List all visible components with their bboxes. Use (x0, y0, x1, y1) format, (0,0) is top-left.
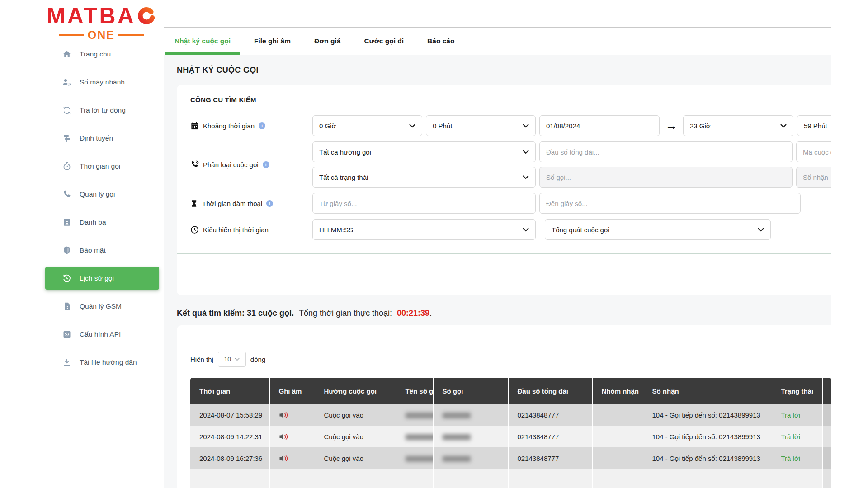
sidebar-item-auto-reply[interactable]: Trả lời tự động (45, 99, 159, 122)
chevron-down-icon (523, 228, 529, 232)
table-row: 2024-08-09 16:27:36Cuộc gọi vào021438487… (190, 447, 831, 469)
table-row (190, 469, 831, 488)
results-panel: Hiển thị 10 dòng Thời gianGhi âmHướng cu… (177, 325, 831, 488)
tab-0[interactable]: Nhật ký cuộc gọi (165, 28, 240, 55)
to-minute-select[interactable]: 59 Phút (797, 115, 831, 136)
talk-time-from-input[interactable] (312, 193, 536, 214)
chevron-down-icon (523, 150, 529, 154)
tab-2[interactable]: Đơn giá (305, 28, 349, 55)
tab-4[interactable]: Báo cáo (418, 28, 463, 55)
play-recording-icon[interactable] (279, 411, 288, 419)
cell-direction: Cuộc gọi vào (315, 426, 396, 447)
chevron-down-icon (758, 228, 764, 232)
table-header-row: Thời gianGhi âmHướng cuộc gọiTên số gọiS… (190, 378, 831, 404)
cell-trunk-number: 02143848777 (508, 426, 592, 447)
sidebar-nav: Trang chủSố máy nhánhTrả lời tự độngĐịnh… (0, 43, 164, 379)
search-form: Khoảng thời gian i 0 Giờ 0 Phút → 23 Giờ… (177, 115, 831, 240)
extension-user-icon (62, 78, 72, 87)
call-code-input[interactable] (796, 141, 831, 162)
redacted-caller-name (406, 456, 434, 462)
cell-receiver: 104 - Gọi tiếp đến số: 02143899913 (643, 447, 772, 469)
call-timer-icon (62, 162, 72, 171)
cell-direction: Cuộc gọi vào (315, 447, 396, 469)
to-hour-select[interactable]: 23 Giờ (683, 115, 793, 136)
page-body: NHẬT KÝ CUỘC GỌI CÔNG CỤ TÌM KIẾM Khoảng… (164, 55, 831, 488)
cell-direction: Cuộc gọi vào (315, 404, 396, 426)
brand-logo[interactable]: MATBA ONE (47, 5, 156, 42)
cell-receive-group (592, 404, 643, 426)
logo-swirl-o-icon (137, 6, 156, 25)
cell-trunk-number: 02143848777 (508, 447, 592, 469)
cell-caller-name (396, 426, 433, 447)
page-size-select[interactable]: 10 (218, 352, 246, 367)
table-row: 2024-08-09 14:22:31Cuộc gọi vào021438487… (190, 426, 831, 447)
play-recording-icon[interactable] (279, 433, 288, 441)
sidebar-item-extension-user[interactable]: Số máy nhánh (45, 71, 159, 94)
cell-time (190, 469, 269, 488)
cell-time: 2024-08-09 14:22:31 (190, 426, 269, 447)
redacted-caller-number (443, 456, 471, 462)
clock-icon (190, 225, 199, 234)
rows-label: dòng (250, 356, 265, 363)
search-panel: CÔNG CỤ TÌM KIẾM Khoảng thời gian i 0 Gi… (177, 85, 831, 295)
topbar (164, 0, 831, 28)
redacted-caller-number (443, 413, 471, 418)
cell-overflow (822, 469, 831, 488)
routing-icon (62, 134, 72, 143)
page-title: NHẬT KÝ CUỘC GỌI (164, 55, 831, 85)
tab-3[interactable]: Cước gọi đi (355, 28, 413, 55)
sidebar-item-phone-handset[interactable]: Quản lý gọi (45, 183, 159, 206)
sidebar-item-shield[interactable]: Bảo mật (45, 239, 159, 262)
column-header: Ghi âm (269, 378, 315, 404)
column-header: Đầu số tổng đài (508, 378, 592, 404)
download-icon (62, 358, 72, 367)
sidebar-item-download[interactable]: Tải file hướng dẫn (45, 351, 159, 374)
tab-1[interactable]: File ghi âm (245, 28, 300, 55)
receiver-number-input[interactable] (796, 167, 831, 188)
column-header: Trạng thái (772, 378, 822, 404)
trunk-number-input[interactable] (539, 141, 793, 162)
divider (177, 253, 831, 254)
main-content: Nhật ký cuộc gọiFile ghi âmĐơn giáCước g… (164, 0, 831, 488)
cell-overflow (822, 426, 831, 447)
sidebar-item-api-gear[interactable]: Cấu hình API (45, 323, 159, 346)
from-minute-select[interactable]: 0 Phút (426, 115, 536, 136)
column-header: Thời gian (190, 378, 269, 404)
sidebar-item-home[interactable]: Trang chủ (45, 43, 159, 66)
call-direction-select[interactable]: Tất cả hướng gọi (312, 141, 536, 162)
info-icon[interactable]: i (259, 122, 265, 129)
contact-book-icon (62, 218, 72, 227)
cell-recording (269, 447, 315, 469)
sidebar-item-call-timer[interactable]: Thời gian gọi (45, 155, 159, 178)
talk-time-row: Thời gian đàm thoại i (190, 193, 831, 214)
cell-caller-name (396, 469, 433, 488)
time-format-select[interactable]: HH:MM:SS (312, 219, 536, 240)
calendar-icon (190, 122, 199, 130)
talk-time-to-input[interactable] (539, 193, 801, 214)
call-type-row: Phân loại cuộc gọi i Tất cả hướng gọi Tấ… (190, 141, 831, 188)
caller-number-input[interactable] (539, 167, 793, 188)
call-status-select[interactable]: Tất cả trạng thái (312, 167, 536, 188)
from-date-input[interactable] (539, 115, 660, 136)
sidebar-item-routing[interactable]: Định tuyến (45, 127, 159, 150)
redacted-caller-number (443, 434, 471, 440)
from-hour-select[interactable]: 0 Giờ (312, 115, 422, 136)
display-type-label: Kiểu hiển thị thời gian (190, 225, 312, 234)
column-header-overflow (822, 378, 831, 404)
summary-mode-select[interactable]: Tổng quát cuộc gọi (545, 219, 771, 240)
cell-caller-name (396, 404, 433, 426)
results-total-duration: 00:21:39 (397, 309, 429, 318)
sidebar-item-contact-book[interactable]: Danh bạ (45, 211, 159, 234)
results-count: Kết quả tìm kiếm: 31 cuộc gọi. (177, 309, 294, 318)
column-header: Số gọi (433, 378, 508, 404)
phone-handset-icon (62, 190, 72, 199)
info-icon[interactable]: i (263, 161, 269, 168)
cell-status (772, 469, 822, 488)
sidebar-item-sim-card[interactable]: Quản lý GSM (45, 295, 159, 318)
cell-trunk-number (508, 469, 592, 488)
info-icon[interactable]: i (266, 200, 273, 207)
play-recording-icon[interactable] (279, 455, 288, 462)
cell-trunk-number: 02143848777 (508, 404, 592, 426)
sidebar-item-history[interactable]: Lịch sử gọi (45, 267, 159, 290)
column-header: Tên số gọi (396, 378, 433, 404)
